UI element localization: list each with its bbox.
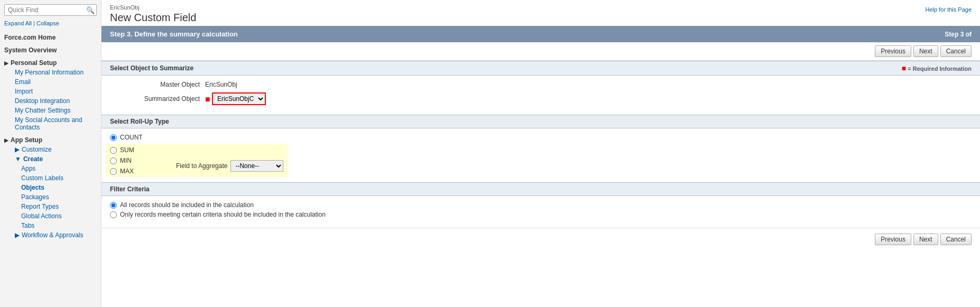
rollup-min-label: MIN xyxy=(120,157,132,164)
sidebar-item-my-social-accounts[interactable]: My Social Accounts and Contacts xyxy=(4,115,97,132)
rollup-type-title: Select Roll-Up Type xyxy=(110,118,169,125)
filter-all-records-label: All records should be included in the ca… xyxy=(120,201,254,209)
quick-find-input[interactable] xyxy=(4,4,97,16)
field-aggregate-label: Field to Aggregate xyxy=(176,162,227,170)
step-header-right: Step 3 of xyxy=(945,31,972,38)
rollup-max-radio[interactable] xyxy=(110,168,117,175)
required-star: ■ xyxy=(902,64,906,72)
customize-arrow: ▶ xyxy=(15,146,20,153)
expand-collapse-bar: Expand All | Collapse xyxy=(0,18,101,31)
rollup-type-body: COUNT SUM MIN xyxy=(101,128,980,182)
field-aggregate-select[interactable]: --None-- xyxy=(230,160,283,172)
summarized-object-label: Summarized Object xyxy=(110,95,205,103)
sidebar-item-my-chatter-settings[interactable]: My Chatter Settings xyxy=(4,106,97,115)
rollup-radios: COUNT SUM MIN xyxy=(110,134,288,177)
master-object-value: EricSunObj xyxy=(205,81,237,88)
rollup-sum-row: SUM xyxy=(110,146,283,154)
summarized-object-select[interactable]: EricSunObjC xyxy=(212,92,266,105)
sidebar-item-email[interactable]: Email xyxy=(4,77,97,87)
page-title: New Custom Field xyxy=(110,12,196,24)
sidebar-item-my-personal-info[interactable]: My Personal Information xyxy=(4,68,97,77)
sidebar-item-system-overview[interactable]: System Overview xyxy=(0,43,101,56)
filter-criteria-title: Filter Criteria xyxy=(110,185,150,193)
sidebar-item-packages[interactable]: Packages xyxy=(4,192,97,202)
expand-all-link[interactable]: Expand All xyxy=(4,20,32,26)
filter-criteria-body: All records should be included in the ca… xyxy=(101,196,980,224)
search-icon[interactable]: 🔍 xyxy=(86,6,95,14)
cancel-button-top[interactable]: Cancel xyxy=(940,45,972,57)
sidebar-item-custom-labels[interactable]: Custom Labels xyxy=(4,173,97,183)
rollup-container: COUNT SUM MIN xyxy=(110,134,972,177)
summarized-object-value: ■ EricSunObjC xyxy=(205,92,266,105)
next-button-bottom[interactable]: Next xyxy=(913,234,938,245)
rollup-type-header: Select Roll-Up Type xyxy=(101,115,980,128)
sidebar-search-area: 🔍 xyxy=(0,0,101,18)
filter-certain-records-radio[interactable] xyxy=(110,211,117,218)
filter-all-records-row: All records should be included in the ca… xyxy=(110,201,972,209)
filter-all-records-radio[interactable] xyxy=(110,202,117,209)
app-setup-arrow: ▶ xyxy=(4,137,8,143)
next-button-top[interactable]: Next xyxy=(913,45,938,57)
previous-button-top[interactable]: Previous xyxy=(875,45,911,57)
rollup-count-label: COUNT xyxy=(120,134,143,141)
app-setup-header[interactable]: ▶ App Setup xyxy=(4,134,97,145)
workflow-arrow: ▶ xyxy=(15,231,20,239)
select-object-title: Select Object to Summarize xyxy=(110,64,193,72)
sidebar-item-report-types[interactable]: Report Types xyxy=(4,202,97,211)
personal-setup-header[interactable]: ▶ Personal Setup xyxy=(4,57,97,68)
personal-setup-label: Personal Setup xyxy=(11,59,57,67)
help-link[interactable]: Help for this Page xyxy=(926,6,972,13)
rollup-min-row: MIN xyxy=(110,157,134,164)
sidebar-item-workflow-approvals[interactable]: ▶Workflow & Approvals xyxy=(4,230,97,240)
rollup-min-radio[interactable] xyxy=(110,157,117,164)
filter-certain-records-label: Only records meeting certain criteria sh… xyxy=(120,211,326,218)
rollup-max-row: MAX xyxy=(110,168,134,175)
sidebar-item-customize[interactable]: ▶Customize xyxy=(4,145,97,154)
select-object-body: Master Object EricSunObj Summarized Obje… xyxy=(101,76,980,115)
personal-setup-arrow: ▶ xyxy=(4,60,8,66)
rollup-count-radio[interactable] xyxy=(110,134,117,141)
rollup-count-row: COUNT xyxy=(110,134,288,141)
title-area: EricSunObj New Custom Field xyxy=(110,4,196,24)
select-object-header: Select Object to Summarize ■ = Required … xyxy=(101,61,980,76)
sidebar: 🔍 Expand All | Collapse Force.com Home S… xyxy=(0,0,101,307)
sidebar-item-apps[interactable]: Apps xyxy=(4,164,97,173)
filter-criteria-header: Filter Criteria xyxy=(101,182,980,196)
top-bar: EricSunObj New Custom Field Help for thi… xyxy=(101,0,980,26)
bottom-action-bar: Previous Next Cancel xyxy=(101,228,980,250)
required-info-text: = Required Information xyxy=(908,66,972,72)
filter-certain-records-row: Only records meeting certain criteria sh… xyxy=(110,211,972,218)
sidebar-item-create[interactable]: ▼Create xyxy=(4,154,97,164)
sidebar-item-objects[interactable]: Objects xyxy=(4,183,97,192)
personal-setup-group: ▶ Personal Setup My Personal Information… xyxy=(0,56,101,133)
required-info: ■ = Required Information xyxy=(902,64,972,72)
cancel-button-bottom[interactable]: Cancel xyxy=(940,234,972,245)
breadcrumb: EricSunObj xyxy=(110,4,196,11)
master-object-row: Master Object EricSunObj xyxy=(110,81,972,88)
rollup-max-label: MAX xyxy=(120,168,134,175)
rollup-sum-radio[interactable] xyxy=(110,147,117,154)
sidebar-item-force-home[interactable]: Force.com Home xyxy=(0,31,101,43)
sidebar-item-tabs[interactable]: Tabs xyxy=(4,221,97,230)
summarized-required-star: ■ xyxy=(205,95,210,104)
master-object-label: Master Object xyxy=(110,81,205,88)
main-content: EricSunObj New Custom Field Help for thi… xyxy=(101,0,980,307)
collapse-all-link[interactable]: Collapse xyxy=(36,20,59,26)
sidebar-item-import[interactable]: Import xyxy=(4,87,97,96)
previous-button-bottom[interactable]: Previous xyxy=(875,234,911,245)
filter-radio-group: All records should be included in the ca… xyxy=(110,201,972,218)
sidebar-item-global-actions[interactable]: Global Actions xyxy=(4,211,97,221)
summarized-object-row: Summarized Object ■ EricSunObjC xyxy=(110,92,972,105)
step-header-left: Step 3. Define the summary calculation xyxy=(110,30,238,38)
sidebar-item-desktop-integration[interactable]: Desktop Integration xyxy=(4,96,97,106)
create-arrow: ▼ xyxy=(15,155,21,163)
app-setup-group: ▶ App Setup ▶Customize ▼Create Apps Cust… xyxy=(0,133,101,241)
rollup-sum-label: SUM xyxy=(120,146,134,154)
app-setup-label: App Setup xyxy=(11,136,42,144)
top-action-bar: Previous Next Cancel xyxy=(101,42,980,61)
step-header: Step 3. Define the summary calculation S… xyxy=(101,26,980,42)
